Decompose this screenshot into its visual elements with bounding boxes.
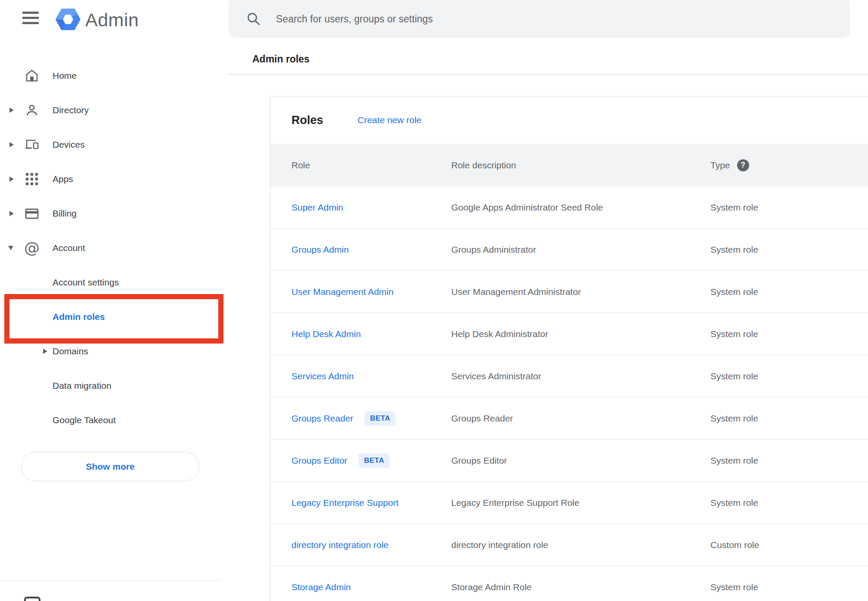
role-link[interactable]: Groups Admin <box>291 245 349 254</box>
column-header-description: Role description <box>451 160 710 170</box>
role-link[interactable]: directory integration role <box>291 540 388 550</box>
table-row: Groups Editor BETA Groups Editor System … <box>270 440 868 482</box>
sidebar-item-admin-roles[interactable]: Admin roles <box>0 300 221 334</box>
role-link[interactable]: Help Desk Admin <box>291 329 361 339</box>
roles-card-header: Roles Create new role <box>270 96 868 144</box>
home-icon <box>24 68 40 84</box>
role-description: Groups Editor <box>451 455 710 466</box>
sidebar-item-label: Devices <box>53 139 85 150</box>
role-link[interactable]: Storage Admin <box>291 582 351 592</box>
beta-badge: BETA <box>364 411 396 426</box>
role-description: directory integration role <box>451 540 710 550</box>
role-description: Storage Admin Role <box>451 582 710 592</box>
apps-grid-icon <box>24 171 40 187</box>
role-link[interactable]: Legacy Enterprise Support <box>291 498 399 508</box>
role-description: Groups Reader <box>451 413 710 424</box>
role-type: System role <box>710 498 868 508</box>
role-type: Custom role <box>710 540 868 550</box>
admin-logo-icon <box>55 8 81 33</box>
sidebar-section-divider <box>0 580 221 581</box>
table-row: User Management Admin User Management Ad… <box>270 271 868 313</box>
expand-arrow-icon[interactable] <box>9 211 14 216</box>
devices-icon <box>24 137 40 152</box>
table-row: Storage Admin Storage Admin Role System … <box>270 566 868 601</box>
role-link[interactable]: Groups Reader <box>291 413 353 423</box>
show-more-button[interactable]: Show more <box>21 452 199 481</box>
expand-arrow-icon[interactable] <box>9 108 14 113</box>
sidebar-item-label: Account <box>53 243 85 253</box>
sidebar-item-apps[interactable]: Apps <box>0 162 221 196</box>
table-row: Legacy Enterprise Support Legacy Enterpr… <box>270 482 868 524</box>
search-input[interactable] <box>276 0 827 38</box>
table-row: Help Desk Admin Help Desk Administrator … <box>270 313 868 355</box>
sidebar-item-label: Data migration <box>53 381 112 391</box>
expand-arrow-icon[interactable] <box>43 349 47 354</box>
credit-card-icon <box>24 206 40 221</box>
breadcrumb: Admin roles <box>252 53 310 65</box>
beta-badge: BETA <box>358 453 390 468</box>
sidebar-item-label: Apps <box>53 174 73 184</box>
sidebar: Admin Home Directory <box>0 0 221 601</box>
table-row: directory integration role directory int… <box>270 524 868 566</box>
expand-arrow-icon[interactable] <box>9 142 14 147</box>
at-sign-icon: @ <box>24 240 40 256</box>
main-menu-icon[interactable] <box>22 12 39 25</box>
role-link[interactable]: Groups Editor <box>291 455 347 465</box>
header-divider <box>227 74 868 75</box>
sidebar-item-label: Account settings <box>53 277 119 288</box>
role-type: System role <box>710 287 868 297</box>
sidebar-nav: Home Directory Devices <box>0 59 221 437</box>
search-bar[interactable] <box>229 0 850 38</box>
role-description: Groups Administrator <box>451 245 710 255</box>
column-header-role: Role <box>291 160 451 170</box>
table-row: Super Admin Google Apps Administrator Se… <box>270 186 868 229</box>
sidebar-item-data-migration[interactable]: Data migration <box>0 369 221 403</box>
cutoff-sidebar-icon <box>24 597 40 601</box>
role-type: System role <box>710 455 868 466</box>
column-header-type-label: Type <box>710 160 730 170</box>
role-type: System role <box>710 582 868 592</box>
sidebar-item-account[interactable]: @ Account <box>0 231 221 265</box>
sidebar-item-account-settings[interactable]: Account settings <box>0 265 221 300</box>
role-description: Services Administrator <box>451 371 710 381</box>
sidebar-item-label: Admin roles <box>53 312 105 322</box>
page-title: Roles <box>291 114 323 127</box>
sidebar-item-billing[interactable]: Billing <box>0 196 221 231</box>
role-description: Legacy Enterprise Support Role <box>451 498 710 508</box>
role-description: Google Apps Administrator Seed Role <box>451 202 710 213</box>
admin-console-page: { "app": { "brand": "Admin" }, "search":… <box>0 0 868 601</box>
person-icon <box>24 102 40 118</box>
app-title: Admin <box>85 9 139 31</box>
sidebar-item-label: Domains <box>53 346 88 356</box>
role-type: System role <box>710 329 868 339</box>
column-header-type: Type ? <box>710 159 868 171</box>
role-link[interactable]: Services Admin <box>291 371 354 381</box>
search-icon <box>246 11 261 28</box>
sidebar-item-label: Home <box>53 71 77 81</box>
help-icon[interactable]: ? <box>737 159 749 171</box>
sidebar-item-directory[interactable]: Directory <box>0 93 221 127</box>
sidebar-item-label: Google Takeout <box>53 415 116 425</box>
sidebar-item-label: Billing <box>53 208 77 219</box>
role-link[interactable]: Super Admin <box>291 202 343 212</box>
sidebar-item-home[interactable]: Home <box>0 59 221 93</box>
role-type: System role <box>710 371 868 381</box>
role-type: System role <box>710 413 868 424</box>
expand-arrow-icon[interactable] <box>9 177 14 182</box>
sidebar-item-devices[interactable]: Devices <box>0 127 221 162</box>
roles-card: Roles Create new role Role Role descript… <box>270 96 868 601</box>
sidebar-item-label: Directory <box>53 105 89 115</box>
table-row: Groups Admin Groups Administrator System… <box>270 229 868 271</box>
collapse-arrow-icon[interactable] <box>8 246 13 250</box>
sidebar-item-google-takeout[interactable]: Google Takeout <box>0 403 221 437</box>
role-type: System role <box>710 202 868 213</box>
create-new-role-link[interactable]: Create new role <box>358 115 422 125</box>
role-description: Help Desk Administrator <box>451 329 710 339</box>
table-header-row: Role Role description Type ? <box>270 144 868 186</box>
sidebar-item-domains[interactable]: Domains <box>0 334 221 369</box>
table-row: Groups Reader BETA Groups Reader System … <box>270 397 868 440</box>
table-row: Services Admin Services Administrator Sy… <box>270 355 868 397</box>
role-link[interactable]: User Management Admin <box>291 287 394 297</box>
role-type: System role <box>710 245 868 255</box>
role-description: User Management Administrator <box>451 287 710 297</box>
